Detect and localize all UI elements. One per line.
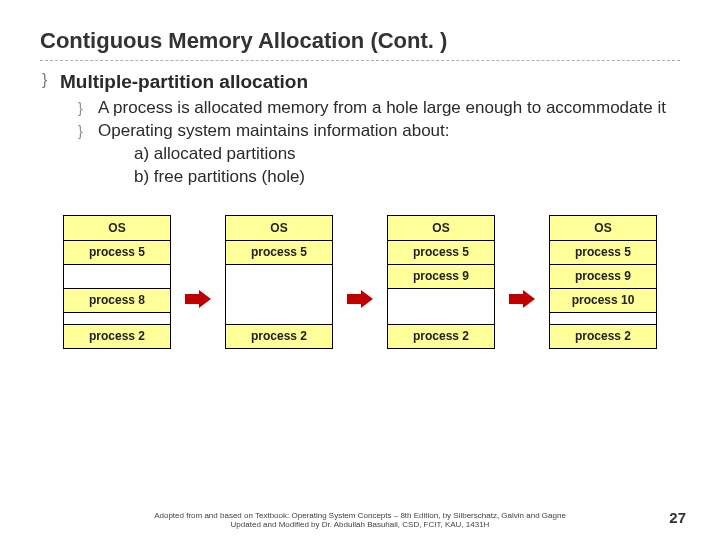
bullet-item-2: } Operating system maintains information… — [78, 120, 680, 143]
bullet-icon: } — [78, 120, 98, 141]
process-cell: process 5 — [388, 240, 494, 264]
process-cell: process 5 — [550, 240, 656, 264]
bullet-item-1: } A process is allocated memory from a h… — [78, 97, 680, 120]
sub-bullet-a: a) allocated partitions — [78, 143, 680, 166]
os-cell: OS — [64, 216, 170, 240]
memory-column-2: OS process 5 process 2 — [225, 215, 333, 349]
footer: Adopted from and based on Textbook: Oper… — [0, 511, 720, 530]
hole-cell — [64, 264, 170, 288]
memory-column-1: OS process 5 process 8 process 2 — [63, 215, 171, 349]
os-cell: OS — [388, 216, 494, 240]
hole-cell — [64, 312, 170, 324]
process-cell: process 5 — [64, 240, 170, 264]
arrow-icon — [347, 290, 373, 308]
arrow-icon — [509, 290, 535, 308]
process-cell: process 5 — [226, 240, 332, 264]
bullet-text: A process is allocated memory from a hol… — [98, 97, 680, 120]
process-cell: process 9 — [388, 264, 494, 288]
content: } Multiple-partition allocation } A proc… — [40, 61, 680, 189]
process-cell: process 10 — [550, 288, 656, 312]
title-row: Contiguous Memory Allocation (Cont. ) — [40, 28, 680, 61]
process-cell: process 9 — [550, 264, 656, 288]
process-cell: process 8 — [64, 288, 170, 312]
memory-column-4: OS process 5 process 9 process 10 proces… — [549, 215, 657, 349]
arrow-icon — [185, 290, 211, 308]
process-cell: process 2 — [226, 324, 332, 348]
bullet-list: } A process is allocated memory from a h… — [42, 93, 680, 189]
footer-line-2: Updated and Modified by Dr. Abdullah Bas… — [0, 520, 720, 530]
memory-diagram: OS process 5 process 8 process 2 OS proc… — [40, 215, 680, 349]
os-cell: OS — [226, 216, 332, 240]
sub-bullet-b: b) free partitions (hole) — [78, 166, 680, 189]
hole-cell — [550, 312, 656, 324]
memory-column-3: OS process 5 process 9 process 2 — [387, 215, 495, 349]
bullet-icon: } — [42, 71, 60, 89]
bullet-icon: } — [78, 97, 98, 118]
heading-row: } Multiple-partition allocation — [42, 71, 680, 93]
page-number: 27 — [669, 509, 686, 526]
process-cell: process 2 — [550, 324, 656, 348]
slide: Contiguous Memory Allocation (Cont. ) } … — [0, 0, 720, 349]
section-heading: Multiple-partition allocation — [60, 71, 308, 93]
process-cell: process 2 — [64, 324, 170, 348]
bullet-text: Operating system maintains information a… — [98, 120, 680, 143]
hole-cell — [388, 288, 494, 324]
footer-line-1: Adopted from and based on Textbook: Oper… — [0, 511, 720, 521]
os-cell: OS — [550, 216, 656, 240]
slide-title: Contiguous Memory Allocation (Cont. ) — [40, 28, 680, 54]
process-cell: process 2 — [388, 324, 494, 348]
hole-cell — [226, 264, 332, 324]
